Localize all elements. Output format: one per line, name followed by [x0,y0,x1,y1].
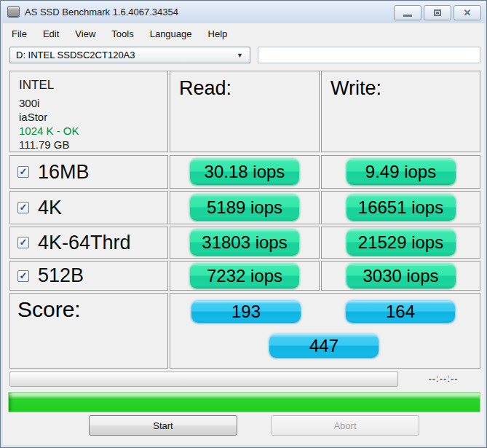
result-pill-512b-read: 7232 iops [190,264,299,288]
checkmark-icon: ✓ [20,271,28,280]
read-cell-16mb: 30.18 iops [170,155,320,189]
app-window: AS SSD Benchmark 1.6.4067.34354 ✕ File E… [0,0,487,448]
test-row-4k: ✓ 4K [9,191,168,224]
score-label: Score: [10,294,167,322]
checkmark-icon: ✓ [20,203,28,212]
test-row-512b: ✓ 512B [9,261,168,291]
test-row-16mb: ✓ 16MB [9,155,168,189]
maximize-button[interactable] [424,5,451,20]
menu-help[interactable]: Help [200,25,236,42]
row-checkbox-4k64[interactable]: ✓ [17,237,29,248]
read-cell-4k64: 31803 iops [170,227,320,259]
result-pill-4k-read: 5189 iops [190,194,299,221]
start-button[interactable]: Start [89,415,237,436]
write-header-cell: Write: [321,71,480,152]
result-pill-16mb-read: 30.18 iops [190,159,299,185]
overall-progress-bar [8,392,480,412]
drive-vendor: INTEL [10,71,167,93]
abort-button: Abort [271,415,419,436]
menu-edit[interactable]: Edit [35,25,67,42]
menu-view[interactable]: View [67,25,103,42]
drive-select[interactable]: D: INTEL SSDSC2CT120A3 ▼ [9,47,250,63]
menu-file[interactable]: File [4,25,35,42]
test-row-4k64: ✓ 4K-64Thrd [9,227,168,259]
window-title: AS SSD Benchmark 1.6.4067.34354 [25,7,178,17]
write-cell-4k: 16651 iops [321,191,480,224]
minimize-icon [403,15,412,17]
write-header: Write: [322,71,480,100]
write-cell-16mb: 9.49 iops [321,155,480,189]
row-checkbox-4k[interactable]: ✓ [17,202,29,213]
drive-alignment-status: 1024 K - OK [10,123,167,137]
score-pill-read: 193 [191,301,301,323]
score-label-cell: Score: [9,293,168,369]
result-field[interactable] [258,47,480,63]
drive-capacity: 111.79 GB [10,137,167,151]
window-controls: ✕ [394,5,481,20]
result-pill-512b-write: 3030 iops [347,264,456,288]
app-icon [7,6,20,17]
checkmark-icon: ✓ [20,237,28,247]
score-pill-write: 164 [346,301,455,323]
result-pill-4k64-write: 21529 iops [347,229,456,256]
read-cell-512b: 7232 iops [170,261,320,291]
row-label-16mb: 16MB [38,161,90,184]
title-bar[interactable]: AS SSD Benchmark 1.6.4067.34354 ✕ [1,1,486,23]
drive-select-value: D: INTEL SSDSC2CT120A3 [16,50,135,60]
drive-driver: iaStor [10,109,167,123]
score-pill-total: 447 [269,334,379,358]
read-cell-4k: 5189 iops [170,191,320,224]
row-label-512b: 512B [38,264,84,287]
result-pill-4k-write: 16651 iops [347,194,456,221]
maximize-icon [434,9,441,16]
read-header-cell: Read: [170,71,320,152]
row-checkbox-512b[interactable]: ✓ [17,270,29,282]
checkmark-icon: ✓ [20,167,28,176]
progress-bar [9,372,398,387]
write-cell-512b: 3030 iops [321,261,480,291]
result-pill-16mb-write: 9.49 iops [347,159,456,185]
write-cell-4k64: 21529 iops [321,227,480,259]
close-icon: ✕ [464,8,472,17]
score-results-cell: 193 164 447 [170,293,480,369]
chevron-down-icon: ▼ [237,52,243,59]
menu-bar: File Edit View Tools Language Help [4,24,483,43]
menu-language[interactable]: Language [142,25,200,42]
drive-firmware: 300i [10,93,167,109]
row-label-4k: 4K [38,197,62,219]
elapsed-time: --:--:-- [407,373,480,384]
row-checkbox-16mb[interactable]: ✓ [17,166,29,178]
result-pill-4k64-read: 31803 iops [190,229,299,256]
drive-info-cell: INTEL 300i iaStor 1024 K - OK 111.79 GB [9,71,168,152]
row-label-4k64: 4K-64Thrd [38,232,131,254]
menu-tools[interactable]: Tools [103,25,141,42]
read-header: Read: [170,71,319,100]
close-button[interactable]: ✕ [454,5,481,20]
minimize-button[interactable] [394,5,421,20]
